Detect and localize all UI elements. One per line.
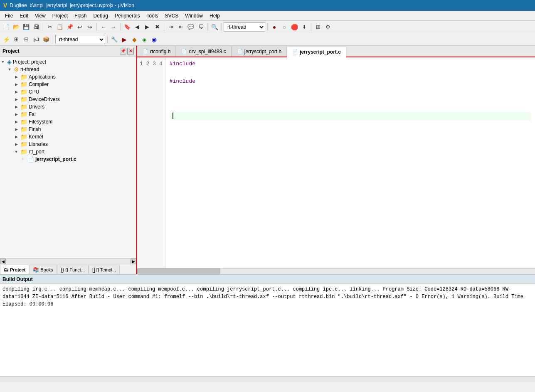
menu-item-window[interactable]: Window: [182, 12, 206, 20]
tree-node-compiler[interactable]: ▶📁Compiler: [0, 81, 136, 88]
back-btn[interactable]: ←: [99, 22, 108, 32]
settings-btn[interactable]: ⚙: [323, 22, 333, 32]
menu-item-tools[interactable]: Tools: [143, 12, 162, 20]
menu-item-file[interactable]: File: [2, 12, 16, 20]
tree-expander[interactable]: ▶: [13, 89, 19, 95]
uncomment-btn[interactable]: 🗨: [196, 22, 205, 32]
tree-expander[interactable]: ▶: [13, 81, 19, 87]
editor-scrollbar[interactable]: [137, 268, 535, 274]
next-bookmark-btn[interactable]: ▶: [143, 22, 152, 32]
proj-tab-[]-templ...[interactable]: [][] Templ...: [89, 265, 120, 274]
forward-btn[interactable]: →: [109, 22, 118, 32]
save-all-btn[interactable]: 🖫: [32, 22, 41, 32]
t2-build5-btn[interactable]: ◉: [150, 35, 159, 44]
build-btn[interactable]: ●: [270, 22, 279, 32]
tree-expander[interactable]: ▶: [13, 141, 19, 147]
t2-btn2[interactable]: ⊞: [12, 35, 21, 44]
editor-tab-jerryscript_port-c[interactable]: 📄jerryscript_port.c: [287, 47, 346, 57]
editor-scroll-track[interactable]: [137, 269, 535, 274]
t2-btn4[interactable]: 🏷: [32, 35, 41, 44]
tree-node-drivers[interactable]: ▶📁Drivers: [0, 103, 136, 111]
tree-node-cpu[interactable]: ▶📁CPU: [0, 88, 136, 96]
undo-btn[interactable]: ↩: [75, 22, 84, 32]
grid-btn[interactable]: ⊞: [313, 22, 323, 32]
project-scroll-track[interactable]: [6, 259, 131, 264]
t2-build2-btn[interactable]: ▶: [120, 35, 129, 44]
tree-expander[interactable]: ▼: [0, 59, 6, 65]
tree-node-filesystem[interactable]: ▶📁Filesystem: [0, 118, 136, 126]
tree-expander[interactable]: ▶: [13, 111, 19, 117]
proj-tab-icon: 🗂: [4, 267, 9, 273]
tree-expander[interactable]: ▶: [13, 74, 19, 80]
menu-item-debug[interactable]: Debug: [90, 12, 111, 20]
tree-expander[interactable]: ▶: [13, 126, 19, 132]
tree-expander[interactable]: ▶: [13, 104, 19, 110]
redo-btn[interactable]: ↪: [85, 22, 94, 32]
editor-scroll-thumb[interactable]: [137, 269, 220, 274]
unindent-btn[interactable]: ⇤: [176, 22, 185, 32]
save-btn[interactable]: 💾: [22, 22, 31, 32]
menu-item-flash[interactable]: Flash: [71, 12, 90, 20]
tree-node-rtt_port[interactable]: ▼📁rtt_port: [0, 148, 136, 155]
sep8: [311, 23, 311, 31]
build-output-scrollbar[interactable]: [0, 376, 535, 382]
menu-item-edit[interactable]: Edit: [16, 12, 32, 20]
project-scroll-left[interactable]: ◀: [0, 259, 6, 264]
tree-expander[interactable]: ▶: [13, 119, 19, 125]
copy-btn[interactable]: 📋: [55, 22, 64, 32]
download-btn[interactable]: ⬇: [300, 22, 309, 32]
find-btn[interactable]: 🔍: [210, 22, 219, 32]
t2-build4-btn[interactable]: ◈: [140, 35, 149, 44]
open-btn[interactable]: 📂: [12, 22, 21, 32]
tree-node-jerryscript_port.c[interactable]: +📄jerryscript_port.c: [0, 155, 136, 163]
proj-tab-books[interactable]: 📚Books: [29, 265, 57, 274]
target-select[interactable]: rt-thread: [224, 22, 265, 32]
proj-tab-{}-funct...[interactable]: {}{} Funct...: [57, 265, 89, 274]
project-scrollbar[interactable]: ◀ ▶: [0, 258, 136, 264]
menu-item-svcs[interactable]: SVCS: [162, 12, 182, 20]
new-btn[interactable]: 📄: [2, 22, 11, 32]
tab-label: jerryscript_port.c: [300, 49, 341, 55]
editor-tab-jerryscript_port-h[interactable]: 📄jerryscript_port.h: [232, 46, 287, 57]
t2-btn3[interactable]: ⊟: [22, 35, 31, 44]
clear-bookmark-btn[interactable]: ✖: [153, 22, 162, 32]
menu-item-peripherals[interactable]: Peripherals: [111, 12, 143, 20]
tree-node-kernel[interactable]: ▶📁Kernel: [0, 133, 136, 141]
indent-btn[interactable]: ⇥: [166, 22, 175, 32]
code-content[interactable]: #include #include: [165, 57, 535, 268]
tree-node-project:-project[interactable]: ▼◈Project: project: [0, 58, 136, 66]
tree-node-applications[interactable]: ▶📁Applications: [0, 73, 136, 81]
project-pin-btn[interactable]: 📌: [120, 48, 126, 54]
t2-build3-btn[interactable]: ◆: [130, 35, 139, 44]
tree-node-rt-thread[interactable]: ▼⚙rt-thread: [0, 66, 136, 73]
menu-item-view[interactable]: View: [32, 12, 49, 20]
tree-expander[interactable]: +: [20, 156, 26, 162]
tree-node-fal[interactable]: ▶📁Fal: [0, 111, 136, 118]
menu-item-project[interactable]: Project: [49, 12, 71, 20]
prev-bookmark-btn[interactable]: ◀: [133, 22, 142, 32]
menu-item-help[interactable]: Help: [206, 12, 223, 20]
tree-expander[interactable]: ▼: [7, 67, 12, 72]
stop-btn[interactable]: 🛑: [290, 22, 299, 32]
tree-expander[interactable]: ▶: [13, 134, 19, 140]
comment-btn[interactable]: 💬: [186, 22, 195, 32]
project-close-btn[interactable]: ✕: [127, 48, 134, 54]
cut-btn[interactable]: ✂: [45, 22, 54, 32]
t2-wizard-btn[interactable]: 🔧: [110, 35, 119, 44]
tree-expander[interactable]: ▼: [13, 149, 19, 155]
t2-btn5[interactable]: 📦: [42, 35, 51, 44]
bookmark-btn[interactable]: 🔖: [123, 22, 132, 32]
editor-tab-drv_spi_ili9488-c[interactable]: 📄drv_spi_ili9488.c: [176, 46, 231, 57]
t2-btn1[interactable]: ⚡: [2, 35, 11, 44]
tree-label: Libraries: [29, 141, 48, 147]
tree-node-devicedrivers[interactable]: ▶📁DeviceDrivers: [0, 96, 136, 103]
rebuild-btn[interactable]: ○: [280, 22, 289, 32]
editor-tab-rtconfig-h[interactable]: 📄rtconfig.h: [137, 46, 176, 57]
tree-expander[interactable]: ▶: [13, 96, 19, 102]
target-select-2[interactable]: rt-thread: [55, 35, 105, 44]
proj-tab-project[interactable]: 🗂Project: [0, 265, 29, 274]
tree-node-libraries[interactable]: ▶📁Libraries: [0, 141, 136, 148]
tree-node-finsh[interactable]: ▶📁Finsh: [0, 126, 136, 133]
paste-btn[interactable]: 📌: [65, 22, 74, 32]
project-scroll-right[interactable]: ▶: [131, 259, 136, 264]
